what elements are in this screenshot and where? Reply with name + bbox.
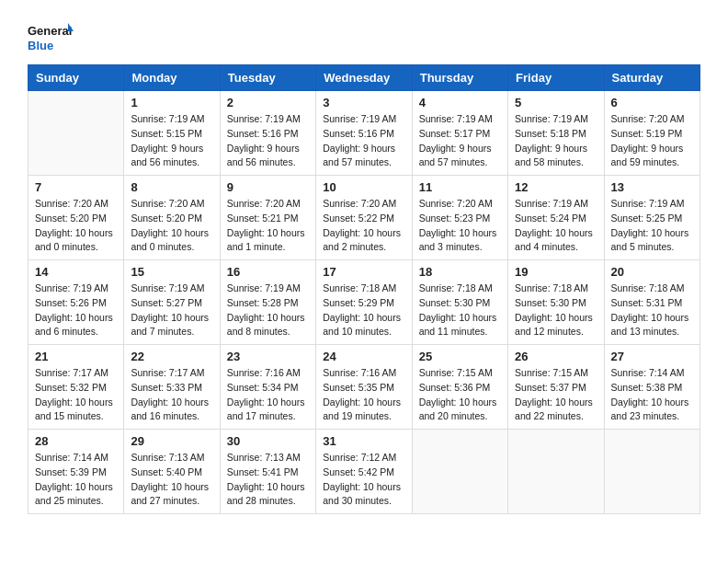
day-info: Sunrise: 7:19 AMSunset: 5:16 PMDaylight:… (323, 112, 404, 170)
day-number: 10 (323, 180, 404, 194)
day-info: Sunrise: 7:19 AMSunset: 5:15 PMDaylight:… (131, 112, 212, 170)
day-info: Sunrise: 7:18 AMSunset: 5:31 PMDaylight:… (611, 282, 693, 339)
day-cell: 3Sunrise: 7:19 AMSunset: 5:16 PMDaylight… (316, 91, 412, 176)
day-cell: 13Sunrise: 7:19 AMSunset: 5:25 PMDayligh… (604, 176, 700, 260)
day-number: 11 (419, 180, 501, 194)
day-cell: 2Sunrise: 7:19 AMSunset: 5:16 PMDaylight… (220, 91, 315, 176)
day-info: Sunrise: 7:20 AMSunset: 5:21 PMDaylight:… (227, 197, 309, 255)
day-cell: 17Sunrise: 7:18 AMSunset: 5:29 PMDayligh… (316, 260, 412, 345)
day-info: Sunrise: 7:19 AMSunset: 5:28 PMDaylight:… (227, 282, 309, 339)
day-cell: 6Sunrise: 7:20 AMSunset: 5:19 PMDaylight… (604, 91, 700, 176)
day-number: 5 (515, 96, 597, 109)
day-cell (508, 430, 604, 514)
day-number: 3 (323, 96, 404, 109)
logo-svg: GeneralBlue (28, 18, 74, 55)
day-cell: 28Sunrise: 7:14 AMSunset: 5:39 PMDayligh… (28, 430, 124, 514)
day-number: 20 (611, 265, 693, 279)
day-cell: 9Sunrise: 7:20 AMSunset: 5:21 PMDaylight… (220, 176, 315, 260)
day-number: 14 (35, 265, 117, 279)
day-cell (28, 91, 124, 176)
day-info: Sunrise: 7:20 AMSunset: 5:22 PMDaylight:… (323, 197, 404, 255)
day-cell: 31Sunrise: 7:12 AMSunset: 5:42 PMDayligh… (316, 430, 412, 514)
day-info: Sunrise: 7:13 AMSunset: 5:40 PMDaylight:… (131, 451, 212, 509)
day-info: Sunrise: 7:20 AMSunset: 5:20 PMDaylight:… (35, 197, 117, 255)
week-row-3: 14Sunrise: 7:19 AMSunset: 5:26 PMDayligh… (28, 260, 700, 345)
day-info: Sunrise: 7:14 AMSunset: 5:39 PMDaylight:… (35, 451, 117, 509)
day-info: Sunrise: 7:20 AMSunset: 5:20 PMDaylight:… (131, 197, 212, 255)
day-number: 24 (323, 350, 404, 363)
day-number: 17 (323, 265, 404, 279)
day-cell: 30Sunrise: 7:13 AMSunset: 5:41 PMDayligh… (220, 430, 315, 514)
day-cell: 26Sunrise: 7:15 AMSunset: 5:37 PMDayligh… (508, 345, 604, 430)
page-header: GeneralBlue (28, 18, 700, 55)
day-cell (412, 430, 507, 514)
day-info: Sunrise: 7:13 AMSunset: 5:41 PMDaylight:… (227, 451, 309, 509)
day-cell: 15Sunrise: 7:19 AMSunset: 5:27 PMDayligh… (124, 260, 220, 345)
day-number: 1 (131, 96, 212, 109)
day-cell: 11Sunrise: 7:20 AMSunset: 5:23 PMDayligh… (412, 176, 507, 260)
week-row-1: 1Sunrise: 7:19 AMSunset: 5:15 PMDaylight… (28, 91, 700, 176)
day-cell: 16Sunrise: 7:19 AMSunset: 5:28 PMDayligh… (220, 260, 315, 345)
week-row-5: 28Sunrise: 7:14 AMSunset: 5:39 PMDayligh… (28, 430, 700, 514)
day-number: 27 (611, 350, 693, 363)
weekday-header-saturday: Saturday (604, 65, 700, 91)
weekday-header-thursday: Thursday (412, 65, 507, 91)
day-number: 7 (35, 180, 117, 194)
day-cell: 12Sunrise: 7:19 AMSunset: 5:24 PMDayligh… (508, 176, 604, 260)
calendar-table: SundayMondayTuesdayWednesdayThursdayFrid… (28, 64, 700, 514)
day-number: 12 (515, 180, 597, 194)
week-row-2: 7Sunrise: 7:20 AMSunset: 5:20 PMDaylight… (28, 176, 700, 260)
day-cell: 20Sunrise: 7:18 AMSunset: 5:31 PMDayligh… (604, 260, 700, 345)
weekday-header-friday: Friday (508, 65, 604, 91)
day-info: Sunrise: 7:16 AMSunset: 5:34 PMDaylight:… (227, 366, 309, 424)
day-info: Sunrise: 7:15 AMSunset: 5:36 PMDaylight:… (419, 366, 501, 424)
day-info: Sunrise: 7:12 AMSunset: 5:42 PMDaylight:… (323, 451, 404, 509)
svg-text:Blue: Blue (28, 39, 53, 52)
day-number: 6 (611, 96, 693, 109)
weekday-header-wednesday: Wednesday (316, 65, 412, 91)
day-number: 13 (611, 180, 693, 194)
weekday-header-tuesday: Tuesday (220, 65, 315, 91)
week-row-4: 21Sunrise: 7:17 AMSunset: 5:32 PMDayligh… (28, 345, 700, 430)
day-cell: 18Sunrise: 7:18 AMSunset: 5:30 PMDayligh… (412, 260, 507, 345)
day-cell: 19Sunrise: 7:18 AMSunset: 5:30 PMDayligh… (508, 260, 604, 345)
day-info: Sunrise: 7:20 AMSunset: 5:19 PMDaylight:… (611, 112, 693, 170)
day-cell: 25Sunrise: 7:15 AMSunset: 5:36 PMDayligh… (412, 345, 507, 430)
day-info: Sunrise: 7:19 AMSunset: 5:17 PMDaylight:… (419, 112, 501, 170)
day-cell: 22Sunrise: 7:17 AMSunset: 5:33 PMDayligh… (124, 345, 220, 430)
weekday-header-monday: Monday (124, 65, 220, 91)
day-number: 31 (323, 434, 404, 448)
day-cell: 29Sunrise: 7:13 AMSunset: 5:40 PMDayligh… (124, 430, 220, 514)
day-number: 21 (35, 350, 117, 363)
day-info: Sunrise: 7:14 AMSunset: 5:38 PMDaylight:… (611, 366, 693, 424)
day-info: Sunrise: 7:19 AMSunset: 5:16 PMDaylight:… (227, 112, 309, 170)
svg-text:General: General (28, 24, 72, 38)
day-info: Sunrise: 7:17 AMSunset: 5:32 PMDaylight:… (35, 366, 117, 424)
day-info: Sunrise: 7:20 AMSunset: 5:23 PMDaylight:… (419, 197, 501, 255)
day-cell: 14Sunrise: 7:19 AMSunset: 5:26 PMDayligh… (28, 260, 124, 345)
day-cell: 23Sunrise: 7:16 AMSunset: 5:34 PMDayligh… (220, 345, 315, 430)
day-cell: 5Sunrise: 7:19 AMSunset: 5:18 PMDaylight… (508, 91, 604, 176)
day-number: 2 (227, 96, 309, 109)
day-cell: 1Sunrise: 7:19 AMSunset: 5:15 PMDaylight… (124, 91, 220, 176)
day-number: 28 (35, 434, 117, 448)
day-cell: 21Sunrise: 7:17 AMSunset: 5:32 PMDayligh… (28, 345, 124, 430)
day-cell: 7Sunrise: 7:20 AMSunset: 5:20 PMDaylight… (28, 176, 124, 260)
day-number: 16 (227, 265, 309, 279)
day-info: Sunrise: 7:18 AMSunset: 5:30 PMDaylight:… (419, 282, 501, 339)
day-number: 15 (131, 265, 212, 279)
day-info: Sunrise: 7:19 AMSunset: 5:18 PMDaylight:… (515, 112, 597, 170)
day-number: 25 (419, 350, 501, 363)
day-cell: 27Sunrise: 7:14 AMSunset: 5:38 PMDayligh… (604, 345, 700, 430)
day-number: 8 (131, 180, 212, 194)
day-info: Sunrise: 7:18 AMSunset: 5:30 PMDaylight:… (515, 282, 597, 339)
logo: GeneralBlue (28, 18, 74, 55)
day-cell: 10Sunrise: 7:20 AMSunset: 5:22 PMDayligh… (316, 176, 412, 260)
day-number: 9 (227, 180, 309, 194)
day-info: Sunrise: 7:19 AMSunset: 5:24 PMDaylight:… (515, 197, 597, 255)
day-number: 30 (227, 434, 309, 448)
day-info: Sunrise: 7:18 AMSunset: 5:29 PMDaylight:… (323, 282, 404, 339)
day-number: 29 (131, 434, 212, 448)
day-number: 22 (131, 350, 212, 363)
day-cell: 4Sunrise: 7:19 AMSunset: 5:17 PMDaylight… (412, 91, 507, 176)
